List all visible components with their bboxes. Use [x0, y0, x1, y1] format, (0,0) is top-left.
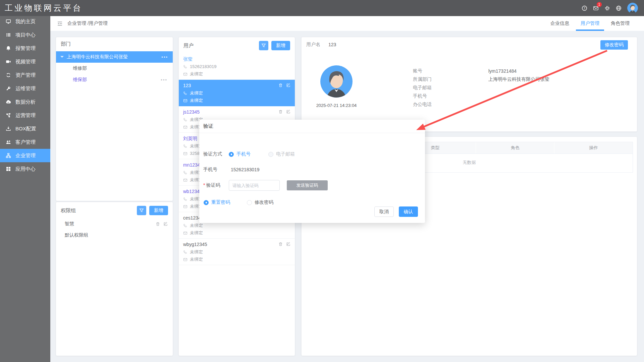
department-tree-root[interactable]: 上海明牛云科技有限公司张莹 •••: [56, 51, 173, 63]
mail-icon: [183, 178, 187, 182]
more-actions-icon[interactable]: •••: [161, 77, 167, 82]
sidebar-item-customers[interactable]: 客户管理: [0, 135, 50, 149]
radio-phone[interactable]: [229, 152, 234, 157]
funnel-icon: [261, 43, 266, 48]
tab-user-management[interactable]: 用户管理: [575, 16, 605, 31]
user-list-item[interactable]: wbyg12345 未绑定 未绑定: [179, 239, 295, 265]
permission-group-item[interactable]: 智慧: [56, 218, 173, 230]
exit-fullscreen-icon[interactable]: [604, 5, 610, 11]
sidebar-item-data-analysis[interactable]: 数据分析: [0, 95, 50, 109]
breadcrumb-text: 企业管理 /用户管理: [67, 20, 108, 26]
customers-icon: [6, 139, 11, 145]
sidebar-item-label: 视频管理: [15, 59, 36, 65]
permission-group-item[interactable]: 默认权限组: [56, 230, 173, 241]
permission-group-panel: 权限组 新增 智慧 默认权限组: [56, 202, 173, 356]
sidebar-item-enterprise[interactable]: 企业管理: [0, 149, 50, 162]
permission-group-label: 默认权限组: [65, 232, 88, 238]
confirm-button[interactable]: 确认: [399, 206, 418, 217]
more-actions-icon[interactable]: •••: [161, 55, 168, 60]
mail-icon: [183, 152, 187, 156]
radio-phone-label[interactable]: 手机号: [236, 151, 251, 157]
user-email: 未绑定: [190, 98, 203, 104]
delete-icon[interactable]: [278, 110, 283, 114]
radio-reset-password-label[interactable]: 重置密码: [211, 199, 230, 205]
collapse-menu-icon[interactable]: [57, 21, 63, 26]
wrench-icon: [6, 86, 11, 91]
radio-reset-password[interactable]: [204, 200, 209, 205]
permission-filter-button[interactable]: [137, 206, 146, 215]
phone-label: 手机号: [203, 167, 229, 173]
radio-email[interactable]: [268, 152, 273, 157]
department-tree-item[interactable]: 维修部: [56, 63, 173, 74]
messages-button[interactable]: 1: [593, 5, 599, 11]
sidebar-item-projects[interactable]: 项目中心: [0, 28, 50, 42]
org-chart-icon: [6, 153, 11, 158]
department-tree-item[interactable]: 维保部 •••: [56, 74, 173, 85]
send-code-button[interactable]: 发送验证码: [287, 180, 328, 190]
user-avatar[interactable]: [627, 3, 638, 13]
mail-icon: [183, 125, 187, 129]
delete-icon[interactable]: [156, 222, 160, 226]
sidebar-item-label: 运营管理: [15, 112, 36, 119]
phone-icon: [183, 197, 187, 201]
share-nodes-icon: [6, 113, 11, 118]
cloud-data-icon: [6, 99, 11, 105]
funnel-icon: [139, 208, 144, 213]
sidebar-item-ops[interactable]: 运维管理: [0, 82, 50, 95]
delete-icon[interactable]: [278, 83, 283, 87]
download-icon: [6, 126, 11, 131]
user-phone: 未绑定: [190, 223, 203, 229]
change-password-button[interactable]: 修改密码: [600, 40, 628, 50]
user-name: wbyg12345: [183, 241, 290, 248]
language-globe-icon[interactable]: [616, 5, 622, 11]
field-value: lym17321484: [488, 68, 517, 74]
mode-row: 重置密码 修改密码: [204, 199, 273, 205]
radio-email-label[interactable]: 电子邮箱: [276, 151, 295, 157]
tab-enterprise-info[interactable]: 企业信息: [545, 16, 575, 31]
user-list-item-selected[interactable]: 123 未绑定 未绑定: [179, 80, 295, 106]
permission-add-button[interactable]: 新增: [149, 206, 168, 215]
permission-panel-title: 权限组: [61, 207, 137, 214]
user-email: 未绑定: [190, 230, 203, 236]
sidebar-item-box-config[interactable]: BOX配置: [0, 122, 50, 135]
radio-change-password-label[interactable]: 修改密码: [255, 199, 273, 205]
mail-icon: [183, 257, 187, 262]
help-icon[interactable]: [582, 5, 587, 11]
sidebar-item-alarms[interactable]: 报警管理: [0, 42, 50, 55]
sidebar-item-home[interactable]: 我的主页: [0, 15, 50, 28]
radio-change-password[interactable]: [247, 200, 252, 205]
user-detail-fields: 账号lym17321484 所属部门上海明牛云科技有限公司张莹 电子邮箱 手机号…: [413, 67, 549, 109]
user-list-item[interactable]: 张莹 15262183019 未绑定: [179, 53, 295, 80]
code-input[interactable]: [229, 180, 280, 191]
user-add-button[interactable]: 新增: [271, 41, 290, 50]
cancel-button[interactable]: 取消: [374, 206, 394, 217]
edit-icon[interactable]: [286, 242, 290, 246]
user-phone: 未绑定: [190, 249, 203, 255]
phone-icon: [183, 65, 187, 69]
user-phone: 15262183019: [190, 64, 217, 70]
sidebar-nav: 我的主页 项目中心 报警管理 视频管理 资产管理 运维管理 数据分析 运营管理 …: [0, 16, 50, 362]
phone-icon: [183, 144, 187, 148]
app-title: 工业物联网云平台: [5, 3, 83, 13]
delete-icon[interactable]: [278, 242, 283, 246]
sidebar-item-assets[interactable]: 资产管理: [0, 68, 50, 82]
edit-icon[interactable]: [286, 110, 290, 114]
sidebar-item-label: 我的主页: [15, 18, 36, 25]
edit-icon[interactable]: [163, 222, 168, 226]
dialog-title: 验证: [199, 120, 425, 133]
created-timestamp: 2025-07-21 14:23:04: [308, 103, 365, 108]
sidebar-item-app-center[interactable]: 应用中心: [0, 162, 50, 176]
monitor-icon: [6, 19, 11, 24]
table-header-role: 角色: [476, 142, 554, 154]
department-panel-title: 部门: [61, 41, 168, 47]
sidebar-item-video[interactable]: 视频管理: [0, 55, 50, 68]
message-count-badge: 1: [597, 2, 602, 7]
chevron-down-icon[interactable]: [60, 56, 64, 59]
table-header-actions: 操作: [554, 142, 633, 154]
phone-icon: [183, 224, 187, 228]
edit-icon[interactable]: [286, 83, 290, 87]
page-tabs: 企业信息 用户管理 角色管理: [545, 16, 635, 31]
tab-role-management[interactable]: 角色管理: [605, 16, 635, 31]
sidebar-item-operation[interactable]: 运营管理: [0, 109, 50, 122]
user-filter-button[interactable]: [259, 41, 268, 50]
